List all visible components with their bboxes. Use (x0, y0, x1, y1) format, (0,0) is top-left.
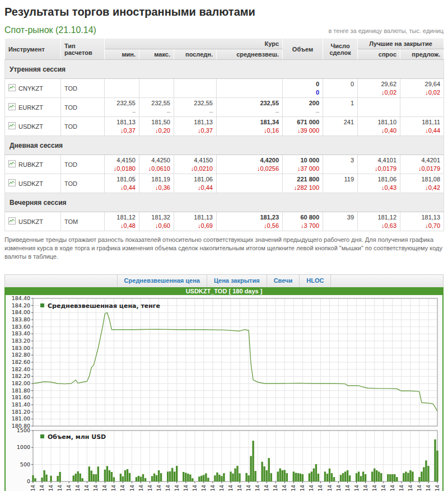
chart-tab[interactable]: Свечи (267, 275, 300, 287)
svg-text:05.10.14: 05.10.14 (399, 484, 404, 491)
session-header: Вечерняя сессия (5, 193, 444, 212)
instrument-link[interactable]: USDKZT (18, 180, 43, 187)
ask-cell: 181,08↓0,42 (400, 174, 444, 193)
volume-cell: 671 000↓39 000 (283, 117, 323, 136)
svg-text:09.07.14: 09.07.14 (201, 484, 207, 491)
min-cell: 181,12↓0,48 (105, 212, 139, 231)
svg-text:1000: 1000 (17, 444, 30, 450)
table-row: USDKZT TOD 181,05↓0,44 181,19↓0,36 181,0… (5, 174, 444, 193)
svg-text:184.40: 184.40 (12, 295, 30, 301)
mini-chart-icon (8, 122, 16, 130)
bid-cell: 4,4101↓0,0179 (358, 155, 400, 174)
svg-text:09.10.14: 09.10.14 (408, 484, 413, 491)
col-ask: предлож. (400, 49, 444, 60)
col-deals: Число сделок (323, 39, 358, 60)
chart-tab[interactable]: HLOC (300, 275, 331, 287)
svg-text:21.10.14: 21.10.14 (435, 484, 440, 491)
svg-text:182.80: 182.80 (12, 352, 30, 358)
col-rate-group: Курс (105, 39, 283, 49)
instrument-link[interactable]: CNYKZT (18, 85, 43, 92)
chart-tabs: Средневзвешенная ценаЦена закрытияСвечиH… (4, 274, 444, 287)
page-title: Результаты торгов иностранными валютами (4, 6, 444, 18)
svg-text:19.06.14: 19.06.14 (156, 484, 162, 491)
svg-text:18.05.14: 18.05.14 (84, 484, 90, 491)
svg-text:182.20: 182.20 (12, 373, 30, 379)
svg-text:182.60: 182.60 (12, 359, 30, 365)
col-min: мин. (105, 49, 139, 60)
price-volume-chart: 184.40184.20184.00183.80183.60183.40183.… (6, 295, 442, 491)
deals-cell: 1 (323, 98, 358, 117)
svg-text:03.09.14: 03.09.14 (327, 484, 333, 491)
settlement-type: TOD (64, 104, 77, 111)
deals-cell: 3 (323, 155, 358, 174)
svg-text:1500: 1500 (17, 427, 30, 433)
svg-text:26.08.14: 26.08.14 (309, 484, 314, 491)
ask-cell: 4,4201↓0,0179 (400, 155, 444, 174)
svg-text:24.04.14: 24.04.14 (30, 484, 36, 491)
settlement-type: TOM (64, 218, 78, 225)
session-header: Утренняя сессия (5, 60, 444, 79)
svg-text:22.08.14: 22.08.14 (300, 484, 305, 491)
svg-text:17.10.14: 17.10.14 (426, 484, 431, 491)
svg-text:183.40: 183.40 (12, 330, 30, 336)
svg-text:181.80: 181.80 (12, 387, 30, 393)
svg-text:14.05.14: 14.05.14 (75, 484, 81, 491)
units-note: в тенге за единицу валюты, тыс. единиц (328, 27, 444, 35)
last-cell: 232,55– (174, 98, 217, 117)
svg-text:11.09.14: 11.09.14 (345, 484, 351, 491)
ask-cell: 29,64↓0,02 (400, 79, 444, 98)
svg-text:22.05.14: 22.05.14 (93, 484, 99, 491)
bid-cell (358, 98, 400, 117)
max-cell: 181,19↓0,36 (139, 174, 174, 193)
chart-tab[interactable]: Цена закрытия (207, 275, 267, 287)
settlement-type: TOD (64, 123, 77, 130)
subheader-row: Спот-рынок (21.10.14) в тенге за единицу… (4, 25, 444, 35)
svg-text:11.06.14: 11.06.14 (138, 484, 144, 491)
svg-text:183.80: 183.80 (12, 316, 30, 322)
volume-cell: 60 800↓3 700 (283, 212, 323, 231)
svg-text:02.05.14: 02.05.14 (48, 484, 54, 491)
mini-chart-icon (8, 160, 16, 169)
svg-text:0: 0 (27, 478, 30, 484)
session-row: Дневная сессия (5, 136, 444, 155)
table-row: USDKZT TOM 181,12↓0,48 181,32↓0,60 181,1… (5, 212, 444, 231)
svg-text:06.05.14: 06.05.14 (57, 484, 63, 491)
session-header: Дневная сессия (5, 136, 444, 155)
svg-text:183.60: 183.60 (12, 323, 30, 329)
svg-text:23.09.14: 23.09.14 (372, 484, 377, 491)
min-cell: 181,05↓0,44 (105, 174, 139, 193)
svg-text:10.05.14: 10.05.14 (66, 484, 72, 491)
svg-text:30.08.14: 30.08.14 (318, 484, 323, 491)
deals-cell: 0 (323, 79, 358, 98)
instrument-link[interactable]: USDKZT (18, 218, 43, 225)
svg-text:01.10.14: 01.10.14 (390, 484, 395, 491)
svg-text:25.07.14: 25.07.14 (237, 484, 242, 491)
avg-cell: 181,34↓0,16 (217, 117, 283, 136)
svg-text:21.07.14: 21.07.14 (228, 484, 234, 491)
svg-text:07.06.14: 07.06.14 (129, 484, 135, 491)
chart-tab[interactable]: Средневзвешенная цена (117, 275, 207, 287)
svg-text:27.06.14: 27.06.14 (174, 484, 180, 491)
svg-text:184.00: 184.00 (12, 309, 30, 315)
svg-text:29.07.14: 29.07.14 (246, 484, 251, 491)
svg-text:17.07.14: 17.07.14 (219, 484, 225, 491)
svg-text:02.08.14: 02.08.14 (255, 484, 260, 491)
ask-cell (400, 98, 444, 117)
svg-text:18.08.14: 18.08.14 (291, 484, 296, 491)
col-avg: средневзвеш. (217, 49, 283, 60)
instrument-link[interactable]: RUBKZT (18, 161, 43, 168)
col-instrument: Инструмент (5, 39, 61, 60)
max-cell: 181,50↓0,20 (139, 117, 174, 136)
col-bid: спрос (358, 49, 400, 60)
ask-cell: 181,11↓0,44 (400, 117, 444, 136)
avg-cell (217, 79, 283, 98)
svg-text:181.40: 181.40 (12, 401, 30, 408)
ask-cell: 181,13↓0,70 (400, 212, 444, 231)
instrument-link[interactable]: EURKZT (18, 104, 43, 111)
svg-text:28.04.14: 28.04.14 (39, 484, 45, 491)
svg-text:10.08.14: 10.08.14 (273, 484, 278, 491)
last-cell: 181,06↓0,44 (174, 174, 217, 193)
col-max: макс. (139, 49, 174, 60)
instrument-link[interactable]: USDKZT (18, 123, 43, 130)
svg-text:13.07.14: 13.07.14 (210, 484, 216, 491)
